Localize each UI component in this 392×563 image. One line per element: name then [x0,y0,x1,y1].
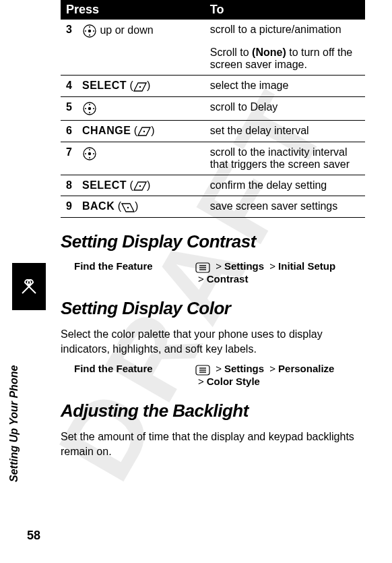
svg-point-2 [89,26,90,28]
press-text: up or down [100,24,153,36]
gt: > [269,260,275,272]
step-number: 6 [61,120,77,142]
nav-path: >Settings >Initial Setup >Contrast [195,260,335,285]
softkey-label: BACK [82,200,115,212]
svg-point-1 [88,30,91,32]
steps-table: Press To 3 up or down scroll to a pictur… [61,0,365,218]
heading-color: Setting Display Color [61,298,365,319]
step-number: 3 [61,20,77,42]
menu-key-icon [195,261,210,273]
heading-contrast: Setting Display Contrast [61,231,365,252]
path-seg: Settings [224,363,264,374]
to-cell: scroll to the inactivity interval that t… [205,142,365,175]
to-cell: Scroll to (None) to turn off the screen … [205,42,365,76]
svg-point-9 [89,104,90,105]
press-cell: SELECT () [77,175,205,196]
svg-point-21 [127,207,129,208]
page-number: 58 [27,529,40,543]
press-cell [77,42,205,76]
table-row: 6 CHANGE () set the delay interval [61,120,365,142]
table-row: Scroll to (None) to turn off the screen … [61,42,365,76]
step-number: 5 [61,96,77,120]
gt: > [198,376,204,387]
svg-point-15 [88,152,91,154]
svg-point-5 [93,30,94,32]
left-softkey-icon [121,201,135,213]
table-row: 5 scroll to Delay [61,96,365,120]
svg-point-19 [93,153,94,154]
gt: > [216,260,222,272]
right-softkey-icon [133,80,147,92]
body-color: Select the color palette that your phone… [61,327,365,356]
svg-point-8 [88,107,91,110]
right-softkey-icon [137,125,151,138]
svg-point-12 [93,108,94,109]
table-row: 7 scroll to the inactivity interval that… [61,142,365,175]
svg-point-20 [139,185,141,187]
svg-point-10 [89,112,90,113]
press-cell: BACK () [77,196,205,218]
press-cell [77,142,205,175]
svg-point-3 [89,34,90,36]
to-cell: scroll to a picture/animation [205,20,365,42]
softkey-label: SELECT [82,80,127,91]
to-cell: confirm the delay setting [205,175,365,196]
gt: > [198,273,204,285]
nav-path: >Settings >Personalize >Color Style [195,363,334,387]
nav-key-icon [82,101,97,116]
path-seg: Settings [224,260,264,272]
find-feature-color: Find the Feature >Settings >Personalize … [74,363,365,387]
col-press: Press [61,0,205,20]
table-row: 4 SELECT () select the image [61,76,365,97]
path-seg: Personalize [278,363,334,374]
menu-key-icon [195,363,210,376]
find-feature-contrast: Find the Feature >Settings >Initial Setu… [74,260,365,285]
table-row: 9 BACK () save screen saver settings [61,196,365,218]
table-row: 8 SELECT () confirm the delay setting [61,175,365,196]
svg-point-17 [89,157,90,158]
to-text: Scroll to [210,47,252,58]
press-cell: up or down [77,20,205,42]
find-feature-label: Find the Feature [74,363,195,387]
step-number: 8 [61,175,77,196]
nav-key-icon [82,146,97,161]
gt: > [269,363,275,374]
to-cell: set the delay interval [205,120,365,142]
press-cell: CHANGE () [77,120,205,142]
path-seg: Contrast [207,273,249,285]
to-cell: scroll to Delay [205,96,365,120]
softkey-label: SELECT [82,179,127,191]
svg-point-13 [143,131,145,132]
path-seg: Initial Setup [278,260,335,272]
svg-point-18 [85,153,86,154]
step-number: 9 [61,196,77,218]
gt: > [216,363,222,374]
press-cell: SELECT () [77,76,205,97]
table-header-row: Press To [61,0,365,20]
svg-point-4 [85,30,86,32]
step-number: 7 [61,142,77,175]
to-bold: (None) [252,47,286,58]
softkey-label: CHANGE [82,125,131,136]
to-cell: select the image [205,76,365,97]
heading-backlight: Adjusting the Backlight [61,401,365,421]
col-to: To [205,0,365,20]
svg-point-16 [89,149,90,150]
path-seg: Color Style [207,376,260,387]
right-softkey-icon [133,179,147,191]
nav-key-icon [82,24,97,38]
step-number [61,42,77,76]
find-feature-label: Find the Feature [74,260,195,285]
table-row: 3 up or down scroll to a picture/animati… [61,20,365,42]
to-cell: save screen saver settings [205,196,365,218]
step-number: 4 [61,76,77,97]
press-cell [77,96,205,120]
svg-point-11 [85,108,86,109]
svg-point-6 [139,86,141,87]
body-backlight: Set the amount of time that the display … [61,429,365,458]
